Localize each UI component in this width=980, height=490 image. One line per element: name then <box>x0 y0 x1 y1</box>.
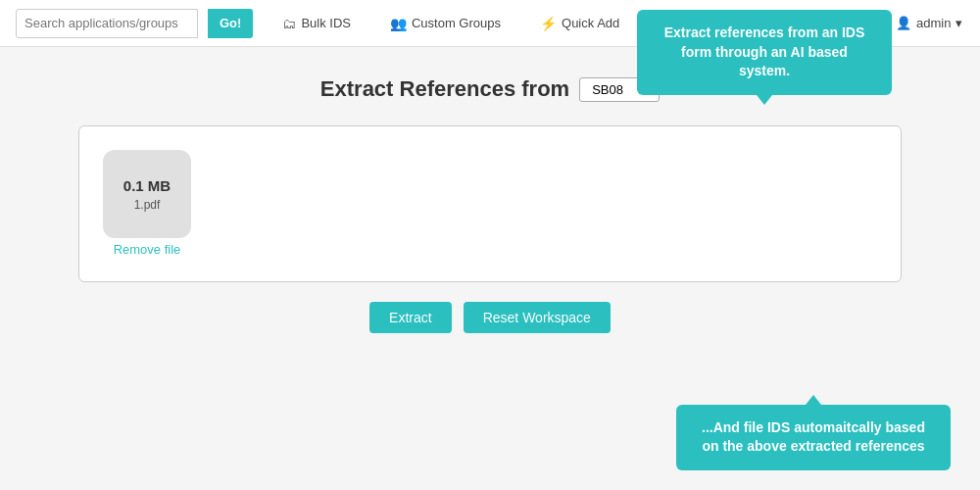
file-name: 1.pdf <box>134 198 161 212</box>
tooltip-top-text: Extract references from an IDS form thro… <box>664 24 865 78</box>
extract-button[interactable]: Extract <box>369 302 452 333</box>
title-prefix-text: Extract References from <box>320 76 569 102</box>
remove-file-link[interactable]: Remove file <box>114 242 181 257</box>
search-input[interactable] <box>16 9 198 38</box>
file-icon-box: 0.1 MB 1.pdf <box>103 150 191 238</box>
tooltip-bottom: ...And file IDS automaitcally based on t… <box>676 405 951 470</box>
nav-quick-add-label: Quick Add <box>562 16 619 30</box>
file-size: 0.1 MB <box>123 177 171 194</box>
custom-groups-icon: 👥 <box>390 16 407 31</box>
nav-item-bulk-ids[interactable]: 🗂 Bulk IDS <box>272 16 361 31</box>
user-label: admin <box>916 16 951 30</box>
tooltip-bottom-text: ...And file IDS automaitcally based on t… <box>702 419 925 455</box>
user-icon: 👤 <box>896 16 911 30</box>
action-buttons: Extract Reset Workspace <box>20 302 960 333</box>
nav-custom-groups-label: Custom Groups <box>412 16 501 30</box>
nav-user[interactable]: 👤 admin ▾ <box>886 16 972 30</box>
bulk-ids-icon: 🗂 <box>282 16 296 31</box>
nav-bulk-ids-label: Bulk IDS <box>301 16 351 30</box>
upload-zone[interactable]: 0.1 MB 1.pdf Remove file <box>78 125 902 282</box>
file-card: 0.1 MB 1.pdf Remove file <box>103 150 191 257</box>
chevron-down-icon: ▾ <box>956 16 962 30</box>
nav-item-custom-groups[interactable]: 👥 Custom Groups <box>380 16 511 31</box>
quick-add-icon: ⚡ <box>540 16 557 31</box>
reset-workspace-button[interactable]: Reset Workspace <box>464 302 611 333</box>
tooltip-top: Extract references from an IDS form thro… <box>637 10 892 95</box>
go-button[interactable]: Go! <box>208 9 253 38</box>
nav-item-quick-add[interactable]: ⚡ Quick Add <box>530 16 629 31</box>
